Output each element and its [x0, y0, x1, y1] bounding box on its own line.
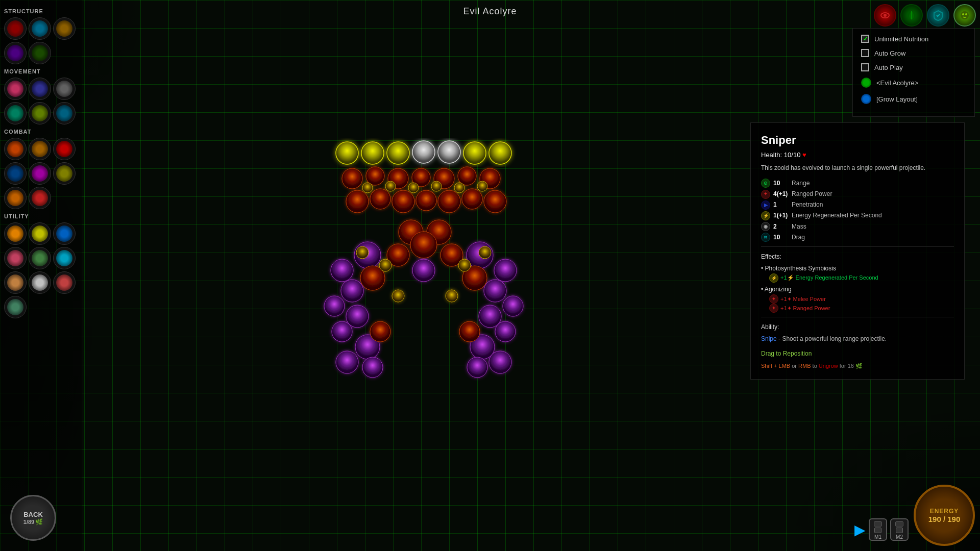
ungrow-shift-lmb: Shift + LMB: [761, 363, 790, 369]
stat-penetration-value: 1: [773, 200, 789, 210]
sidebar-item-utility-7[interactable]: [4, 271, 27, 294]
auto-play-label: Auto Play: [874, 64, 903, 71]
svg-point-13: [342, 168, 362, 189]
unlimited-nutrition-option[interactable]: Unlimited Nutrition: [861, 35, 966, 43]
auto-grow-label: Auto Grow: [874, 49, 905, 57]
sidebar-item-utility-5[interactable]: [29, 247, 51, 269]
sidebar-item-utility-2[interactable]: [29, 222, 51, 245]
svg-point-21: [370, 189, 390, 209]
svg-point-31: [454, 183, 464, 193]
energy-label: ENERGY: [930, 508, 959, 515]
sidebar-item-movement-3[interactable]: [53, 78, 76, 100]
svg-point-39: [332, 321, 352, 342]
stat-penetration-icon: ▶: [761, 201, 770, 210]
effect-melee-value: +1✦ Melee Power: [780, 295, 826, 304]
zooid-description: This zooid has evolved to launch a singl…: [761, 164, 954, 172]
combat-icon-grid: [4, 138, 78, 209]
game-title: Evil Acolyre: [463, 6, 517, 17]
icon-eye[interactable]: [874, 4, 896, 27]
icon-leaf[interactable]: [900, 4, 923, 27]
options-panel: Unlimited Nutrition Auto Grow Auto Play …: [852, 28, 975, 117]
svg-point-47: [503, 296, 523, 316]
sidebar-item-combat-8[interactable]: [29, 187, 51, 209]
sidebar-item-structure-4[interactable]: [4, 42, 27, 64]
unlimited-nutrition-checkbox[interactable]: [861, 35, 869, 43]
effect-photosynthesis-icon: ⚡: [769, 273, 778, 283]
sidebar-item-structure-2[interactable]: [29, 17, 51, 40]
auto-play-option[interactable]: Auto Play: [861, 63, 966, 71]
sidebar-item-movement-4[interactable]: [4, 102, 27, 124]
auto-play-checkbox[interactable]: [861, 63, 869, 71]
health-label: Health:: [761, 151, 782, 159]
sidebar-item-utility-6[interactable]: [53, 247, 76, 269]
sidebar-item-utility-1[interactable]: [4, 222, 27, 245]
effects-title: Effects:: [761, 252, 954, 262]
stat-ranged-power-icon: ✦: [761, 190, 770, 199]
icon-creature-head[interactable]: [953, 4, 976, 27]
effect-agonizing-sub2: ✦ +1✦ Ranged Power: [769, 304, 954, 313]
svg-point-50: [495, 321, 516, 342]
auto-grow-checkbox[interactable]: [861, 49, 869, 57]
svg-point-49: [479, 305, 501, 328]
svg-point-9: [412, 141, 435, 163]
stat-ranged-power: ✦ 4(+1) Ranged Power: [761, 189, 954, 199]
unlimited-nutrition-label: Unlimited Nutrition: [874, 35, 928, 43]
svg-point-53: [489, 351, 511, 373]
sidebar-item-combat-1[interactable]: [4, 138, 27, 160]
svg-point-18: [458, 167, 476, 185]
grow-layout-label: [Grow Layout]: [876, 95, 918, 103]
sidebar-item-utility-4[interactable]: [4, 247, 27, 269]
effect-melee-icon: ✦: [769, 294, 778, 304]
stat-drag: ≋ 10 Drag: [761, 233, 954, 242]
icon-shield[interactable]: [927, 4, 949, 27]
svg-point-52: [459, 321, 480, 342]
sidebar-item-utility-8[interactable]: [29, 271, 51, 294]
sidebar-item-combat-2[interactable]: [29, 138, 51, 160]
sidebar-item-utility-3[interactable]: [53, 222, 76, 245]
svg-point-10: [438, 141, 460, 163]
sidebar-item-combat-4[interactable]: [4, 162, 27, 185]
creature-display[interactable]: [301, 133, 556, 418]
grow-layout-option[interactable]: [Grow Layout]: [861, 94, 966, 104]
structure-label: STRUCTURE: [4, 8, 78, 14]
sidebar-item-combat-7[interactable]: [4, 187, 27, 209]
sidebar-item-utility-10[interactable]: [4, 296, 27, 318]
sidebar-item-structure-3[interactable]: [53, 17, 76, 40]
effects-section: Effects: • Photosynthesis Symbiosis ⚡ +1…: [761, 252, 954, 313]
svg-point-23: [416, 190, 436, 211]
sidebar-item-utility-9[interactable]: [53, 271, 76, 294]
stat-drag-icon: ≋: [761, 233, 770, 242]
svg-point-45: [494, 259, 517, 282]
mouse-button-2[interactable]: M2: [890, 518, 909, 541]
stat-mass-value: 2: [773, 222, 789, 232]
energy-circle: ENERGY 190 / 190: [914, 485, 975, 546]
svg-point-3: [961, 11, 969, 19]
ability-title: Ability:: [761, 322, 954, 332]
sidebar-item-movement-6[interactable]: [53, 102, 76, 124]
sidebar-item-combat-6[interactable]: [53, 162, 76, 185]
energy-display: ENERGY 190 / 190: [914, 485, 975, 546]
svg-point-32: [477, 181, 487, 191]
back-button[interactable]: BACK 1/89 🌿: [10, 495, 56, 541]
divider-1: [761, 246, 954, 247]
sidebar-item-structure-1[interactable]: [4, 17, 27, 40]
top-right-icons: [874, 4, 976, 27]
play-button[interactable]: ▶: [854, 521, 866, 538]
svg-point-38: [346, 305, 369, 328]
sidebar-item-combat-3[interactable]: [53, 138, 76, 160]
sidebar-item-combat-5[interactable]: [29, 162, 51, 185]
sidebar-item-structure-5[interactable]: [29, 42, 51, 64]
sidebar-item-movement-2[interactable]: [29, 78, 51, 100]
stat-range: ⊙ 10 Range: [761, 179, 954, 188]
auto-grow-option[interactable]: Auto Grow: [861, 49, 966, 57]
structure-icon-grid: [4, 17, 78, 64]
svg-point-35: [341, 280, 363, 302]
mouse-button-1[interactable]: M1: [869, 518, 887, 541]
svg-point-28: [385, 181, 396, 191]
stat-range-name: Range: [792, 179, 810, 188]
evil-acolyre-option[interactable]: <Evil Acolyre>: [861, 78, 966, 88]
svg-point-11: [463, 142, 486, 164]
sidebar-item-movement-1[interactable]: [4, 78, 27, 100]
sidebar-item-movement-5[interactable]: [29, 102, 51, 124]
effect-agonizing: • Agonizing ✦ +1✦ Melee Power ✦ +1✦ Rang…: [761, 285, 954, 313]
